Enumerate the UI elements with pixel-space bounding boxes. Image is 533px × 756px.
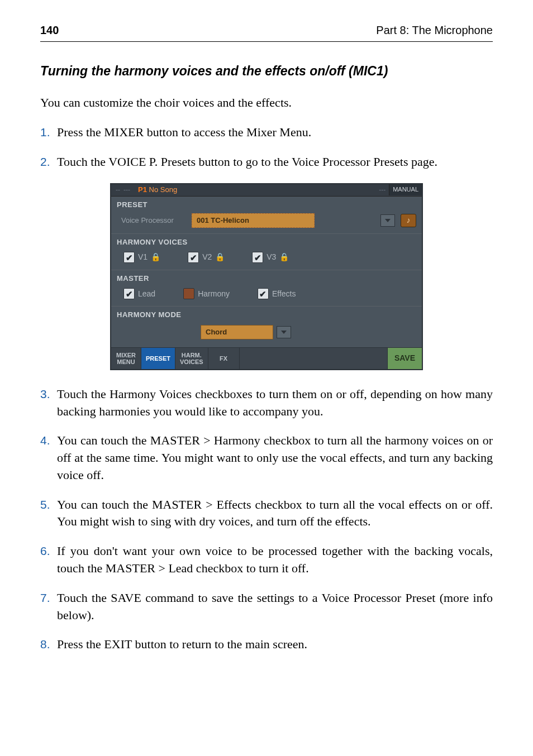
v1-checkbox[interactable]: ✔ [123, 252, 135, 263]
check-icon: ✔ [126, 252, 133, 264]
preset-note-button[interactable]: ♪ [401, 214, 416, 227]
tab-fx[interactable]: FX [208, 348, 240, 369]
titlebar-dashes: --- [123, 185, 130, 195]
lock-icon: 🔒 [151, 253, 160, 262]
tab-mixer-menu[interactable]: MIXER MENU [111, 348, 141, 369]
preset-dropdown-button[interactable] [380, 214, 395, 227]
preset-section-title: PRESET [111, 197, 422, 211]
tab-label-l1: MIXER [116, 352, 136, 358]
section-heading: Turning the harmony voices and the effec… [40, 62, 493, 80]
chevron-down-icon [281, 331, 287, 334]
tab-label-l2: VOICES [180, 358, 203, 365]
voice-v3: ✔ V3 🔒 [252, 252, 288, 263]
effects-checkbox[interactable]: ✔ [258, 288, 269, 299]
preset-name-field[interactable]: 001 TC-Helicon [192, 213, 315, 228]
step-number: 8. [40, 636, 57, 653]
voice-v2: ✔ V2 🔒 [188, 252, 224, 263]
master-effects: ✔ Effects [258, 288, 296, 299]
check-icon: ✔ [126, 288, 133, 300]
step-text: Touch the SAVE command to save the setti… [57, 590, 493, 624]
page-header: 140 Part 8: The Microphone [40, 22, 493, 42]
master-section-title: MASTER [111, 270, 422, 285]
step-text: Touch the Harmony Voices checkboxes to t… [57, 386, 493, 420]
harmony-voices-row: ✔ V1 🔒 ✔ V2 🔒 ✔ V3 🔒 [111, 248, 422, 270]
master-row: ✔ Lead Harmony ✔ Effects [111, 285, 422, 306]
check-icon: ✔ [254, 252, 261, 264]
step-text: You can touch the MASTER > Effects check… [57, 496, 493, 531]
effects-label: Effects [272, 289, 296, 300]
music-note-icon: ♪ [407, 215, 411, 226]
tab-label: PRESET [146, 355, 170, 362]
step-number: 1. [40, 124, 57, 141]
tab-harm-voices[interactable]: HARM. VOICES [175, 348, 208, 369]
lead-label: Lead [138, 289, 155, 300]
step-4: 4. You can touch the MASTER > Harmony ch… [40, 432, 493, 484]
titlebar-p1: P1 [138, 185, 147, 194]
page-number: 140 [40, 22, 59, 38]
step-number: 5. [40, 496, 57, 531]
step-text: Press the MIXER button to access the Mix… [57, 124, 493, 141]
titlebar-left: -- --- [111, 185, 135, 195]
lead-checkbox[interactable]: ✔ [123, 288, 135, 299]
voice-processor-panel: -- --- P1 No Song --- MANUAL PRESET Voic… [110, 183, 423, 370]
harmony-mode-dropdown-button[interactable] [277, 326, 291, 338]
titlebar-dashes: -- [116, 185, 120, 195]
v3-label: V3 [266, 252, 276, 263]
step-number: 6. [40, 543, 57, 577]
step-8: 8. Press the EXIT button to return to th… [40, 636, 493, 653]
check-icon: ✔ [190, 252, 197, 264]
titlebar-song: No Song [149, 185, 178, 194]
step-number: 3. [40, 386, 57, 420]
step-number: 2. [40, 154, 57, 171]
titlebar-play: P1 No Song [138, 185, 177, 195]
step-6: 6. If you don't want your own voice to b… [40, 543, 493, 577]
tab-label: FX [220, 355, 227, 362]
save-button[interactable]: SAVE [387, 348, 422, 369]
harmony-label: Harmony [198, 289, 230, 300]
panel-titlebar: -- --- P1 No Song --- MANUAL [111, 184, 422, 197]
v3-checkbox[interactable]: ✔ [252, 252, 263, 263]
titlebar-dashes: --- [375, 185, 389, 195]
step-text: Press the EXIT button to return to the m… [57, 636, 493, 653]
harmony-voices-title: HARMONY VOICES [111, 234, 422, 248]
tab-label-l1: HARM. [182, 352, 202, 358]
harmony-mode-title: HARMONY MODE [111, 307, 422, 321]
step-text: You can touch the MASTER > Harmony check… [57, 432, 493, 484]
v2-label: V2 [202, 252, 212, 263]
step-number: 4. [40, 432, 57, 484]
harmony-checkbox[interactable] [183, 288, 194, 299]
tab-preset[interactable]: PRESET [141, 348, 175, 369]
step-3: 3. Touch the Harmony Voices checkboxes t… [40, 386, 493, 420]
step-text: If you don't want your own voice to be p… [57, 543, 493, 577]
tab-label-l2: MENU [117, 358, 135, 365]
embedded-screenshot: -- --- P1 No Song --- MANUAL PRESET Voic… [40, 183, 493, 370]
voice-processor-label: Voice Processor [121, 216, 183, 226]
step-text: Touch the VOICE P. Presets button to go … [57, 154, 493, 171]
master-harmony: Harmony [183, 288, 230, 299]
chevron-down-icon [385, 219, 391, 222]
master-lead: ✔ Lead [123, 288, 155, 299]
lock-icon: 🔒 [215, 253, 224, 262]
step-2: 2. Touch the VOICE P. Presets button to … [40, 154, 493, 171]
step-7: 7. Touch the SAVE command to save the se… [40, 590, 493, 624]
save-label: SAVE [394, 353, 415, 364]
intro-paragraph: You can customize the choir voices and t… [40, 94, 493, 112]
step-5: 5. You can touch the MASTER > Effects ch… [40, 496, 493, 531]
check-icon: ✔ [259, 288, 266, 300]
step-1: 1. Press the MIXER button to access the … [40, 124, 493, 141]
manual-badge: MANUAL [389, 184, 422, 195]
v1-label: V1 [138, 252, 147, 263]
voice-v1: ✔ V1 🔒 [123, 252, 160, 263]
v2-checkbox[interactable]: ✔ [188, 252, 199, 263]
part-title: Part 8: The Microphone [376, 22, 493, 38]
step-number: 7. [40, 590, 57, 624]
preset-row: Voice Processor 001 TC-Helicon ♪ [111, 211, 422, 233]
lock-icon: 🔒 [279, 253, 288, 262]
harmony-mode-field[interactable]: Chord [201, 325, 273, 339]
bottom-tabs: MIXER MENU PRESET HARM. VOICES FX SAVE [111, 347, 422, 369]
harmony-mode-row: Chord [111, 322, 422, 347]
